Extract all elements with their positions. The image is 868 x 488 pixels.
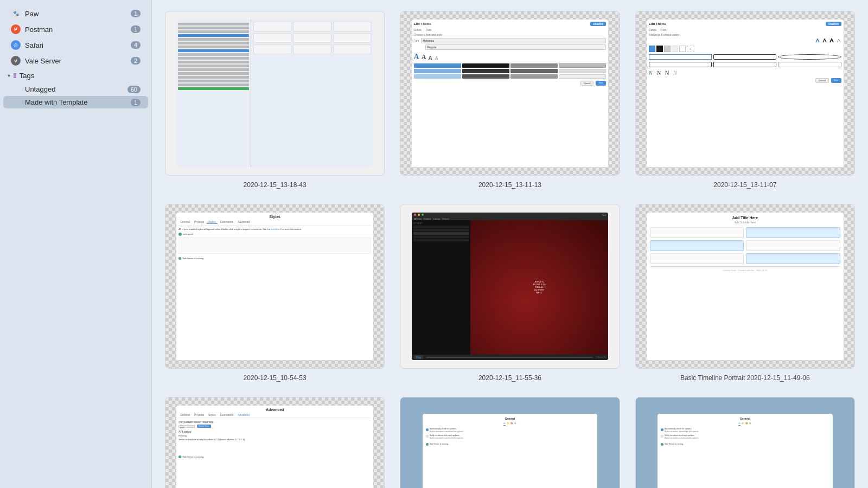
- thumbnail-9[interactable]: General ☰ 📁 🎨 ⚙ Automatically check for …: [635, 397, 855, 488]
- card-3-label: 2020-12-15_13-11-07: [713, 181, 776, 189]
- card-4-label: 2020-12-15_10-54-53: [244, 374, 307, 382]
- screenshot-grid: 2020-12-15_13-18-43 Edit Theme Shadow Co…: [165, 11, 855, 488]
- card-2-label: 2020-12-15_13-11-13: [478, 181, 541, 189]
- untagged-label: Untagged: [25, 85, 55, 93]
- card-6: Add Title Here Add Subtitle Here: [635, 204, 855, 382]
- sidebar-item-vale-server[interactable]: V Vale Server 2: [3, 53, 148, 68]
- safari-icon: ◎: [11, 40, 21, 50]
- untagged-badge: 60: [127, 86, 141, 93]
- safari-badge: 4: [131, 41, 141, 49]
- svg-text:N: N: [649, 70, 653, 76]
- sidebar-item-postman[interactable]: P Postman 1: [3, 22, 148, 37]
- card-7: Advanced General Projects Styles Extensi…: [165, 397, 385, 488]
- card-4: Styles General Projects Styles Extension…: [165, 204, 385, 382]
- card-2: Edit Theme Shadow ColorsFont Choose a fo…: [400, 11, 620, 189]
- sidebar: 🐾 Paw 1 P Postman 1 ◎ Safari 4 V Vale Se…: [0, 0, 152, 488]
- sidebar-item-safari[interactable]: ◎ Safari 4: [3, 37, 148, 53]
- card-1: 2020-12-15_13-18-43: [165, 11, 385, 189]
- sidebar-item-paw[interactable]: 🐾 Paw 1: [3, 6, 148, 21]
- svg-text:N: N: [673, 70, 678, 76]
- card-9: General ☰ 📁 🎨 ⚙ Automatically check for …: [635, 397, 855, 488]
- tags-icon: ⌂: [14, 73, 16, 78]
- sidebar-sub-item-made-with-template[interactable]: Made with Template 1: [3, 96, 148, 108]
- thumbnail-4[interactable]: Styles General Projects Styles Extension…: [165, 204, 385, 369]
- thumbnail-2[interactable]: Edit Theme Shadow ColorsFont Choose a fo…: [400, 11, 620, 176]
- thumbnail-5[interactable]: Noit ◀ Home Explore Library Search UP NE…: [400, 204, 620, 369]
- sidebar-item-label: Paw: [25, 10, 126, 18]
- thumbnail-8[interactable]: General ☰ 📁 🎨 ⚙ Automatically check for …: [400, 397, 620, 488]
- main-content: 2020-12-15_13-18-43 Edit Theme Shadow Co…: [152, 0, 868, 488]
- postman-icon: P: [11, 24, 21, 34]
- sidebar-item-label: Safari: [25, 41, 126, 49]
- postman-badge: 1: [131, 25, 141, 33]
- svg-text:N: N: [657, 70, 661, 76]
- vale-server-icon: V: [11, 56, 21, 66]
- made-with-template-badge: 1: [131, 99, 141, 106]
- sidebar-sub-item-untagged[interactable]: Untagged 60: [3, 83, 148, 95]
- sidebar-item-label: Vale Server: [25, 57, 126, 65]
- card-3: Edit Theme Shadow ColorsFont Add up to 8…: [635, 11, 855, 189]
- card-6-label: Basic Timeline Portrait 2020-12-15_11-49…: [680, 374, 810, 382]
- vale-server-badge: 2: [131, 57, 141, 65]
- card-8: General ☰ 📁 🎨 ⚙ Automatically check for …: [400, 397, 620, 488]
- thumbnail-7[interactable]: Advanced General Projects Styles Extensi…: [165, 397, 385, 488]
- card-1-label: 2020-12-15_13-18-43: [244, 181, 307, 189]
- paw-badge: 1: [131, 10, 141, 17]
- thumbnail-3[interactable]: Edit Theme Shadow ColorsFont Add up to 8…: [635, 11, 855, 176]
- paw-icon: 🐾: [11, 9, 21, 18]
- sidebar-item-label: Postman: [25, 25, 126, 34]
- thumbnail-6[interactable]: Add Title Here Add Subtitle Here: [635, 204, 855, 369]
- chevron-down-icon: ▾: [8, 73, 10, 79]
- thumbnail-1[interactable]: [165, 11, 385, 176]
- tags-label: Tags: [20, 72, 34, 80]
- card-5-label: 2020-12-15_11-55-36: [478, 374, 541, 382]
- made-with-template-label: Made with Template: [25, 98, 87, 106]
- svg-text:N: N: [665, 70, 669, 76]
- tags-section-header[interactable]: ▾ ⌂ Tags: [0, 69, 151, 82]
- card-5: Noit ◀ Home Explore Library Search UP NE…: [400, 204, 620, 382]
